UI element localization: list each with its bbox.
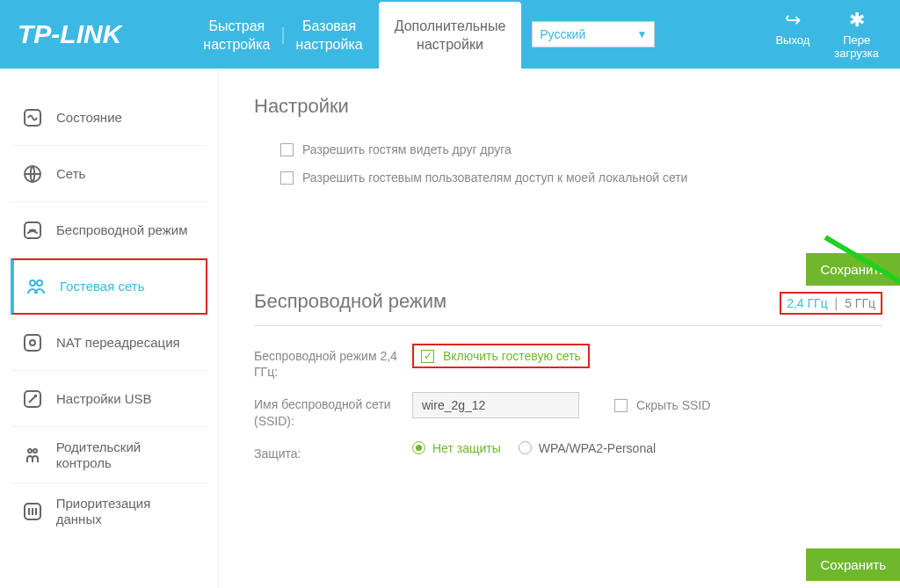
security-wpa-label: WPA/WPA2-Personal bbox=[539, 441, 656, 455]
logout-icon: ↪ bbox=[775, 9, 809, 32]
sidebar-item-usb[interactable]: Настройки USB bbox=[11, 371, 207, 427]
header-actions: ↪ Выход ✱ Пере загрузка bbox=[763, 0, 891, 69]
svg-point-6 bbox=[30, 340, 35, 345]
sidebar-item-parental[interactable]: Родительский контроль bbox=[11, 427, 207, 483]
sidebar-item-label: Гостевая сеть bbox=[60, 279, 144, 294]
main-panel: Настройки Разрешить гостям видеть друг д… bbox=[219, 69, 900, 588]
mode-24-label: Беспроводной режим 2,4 ГГц: bbox=[254, 344, 412, 380]
hide-ssid-label: Скрыть SSID bbox=[636, 398, 710, 412]
checkbox-hide-ssid[interactable] bbox=[614, 399, 628, 412]
sidebar: Состояние Сеть Беспроводной режим Гостев… bbox=[0, 69, 219, 588]
ssid-label: Имя беспроводной сети (SSID): bbox=[254, 392, 412, 428]
svg-point-4 bbox=[37, 280, 42, 286]
language-value: Русский bbox=[540, 27, 585, 41]
reboot-label: Пере загрузка bbox=[834, 33, 879, 60]
svg-rect-5 bbox=[25, 335, 40, 351]
brand-logo: TP-LINK bbox=[18, 19, 121, 49]
checkbox-allow-lan[interactable] bbox=[280, 171, 294, 185]
qos-icon bbox=[19, 498, 46, 525]
allow-guests-see-label: Разрешить гостям видеть друг друга bbox=[302, 142, 512, 156]
freq-24-option[interactable]: 2,4 ГГц bbox=[787, 296, 828, 310]
sidebar-item-wireless[interactable]: Беспроводной режим bbox=[11, 202, 207, 258]
sidebar-item-label: Сеть bbox=[56, 166, 85, 182]
tab-basic-setup[interactable]: Базовая настройка bbox=[280, 2, 379, 69]
sidebar-item-label: Приоритезация данных bbox=[56, 496, 199, 527]
logout-button[interactable]: ↪ Выход bbox=[763, 0, 822, 69]
checkbox-allow-see[interactable] bbox=[280, 143, 294, 156]
mode-24-row: Беспроводной режим 2,4 ГГц: Включить гос… bbox=[254, 344, 882, 380]
freq-5-option[interactable]: 5 ГГц bbox=[845, 296, 875, 310]
parental-icon bbox=[19, 442, 46, 468]
security-row: Защита: Нет защиты WPA/WPA2-Personal bbox=[254, 441, 882, 461]
sidebar-item-label: Беспроводной режим bbox=[56, 222, 187, 238]
language-select[interactable]: Русский ▼ bbox=[532, 21, 655, 47]
reboot-button[interactable]: ✱ Пере загрузка bbox=[822, 0, 891, 69]
nat-icon bbox=[19, 330, 46, 356]
settings-title: Настройки bbox=[254, 95, 882, 118]
sidebar-item-network[interactable]: Сеть bbox=[11, 146, 207, 202]
security-wpa-option[interactable]: WPA/WPA2-Personal bbox=[519, 441, 656, 455]
status-icon bbox=[19, 105, 46, 131]
wireless-title: Беспроводной режим bbox=[254, 290, 446, 313]
users-icon bbox=[23, 273, 49, 300]
svg-point-3 bbox=[30, 280, 35, 286]
freq-separator: | bbox=[835, 296, 838, 310]
tabs: Быстрая настройка | Базовая настройка До… bbox=[187, 0, 521, 69]
sidebar-item-label: NAT переадресация bbox=[56, 335, 180, 351]
allow-guests-see-row: Разрешить гостям видеть друг друга bbox=[280, 142, 882, 156]
sidebar-item-label: Родительский контроль bbox=[56, 439, 199, 471]
content: Состояние Сеть Беспроводной режим Гостев… bbox=[0, 69, 900, 588]
wifi-icon bbox=[19, 217, 46, 243]
allow-guests-lan-row: Разрешить гостевым пользователям доступ … bbox=[280, 171, 882, 185]
security-none-label: Нет защиты bbox=[432, 441, 501, 455]
sidebar-item-nat[interactable]: NAT переадресация bbox=[11, 315, 207, 371]
sidebar-item-qos[interactable]: Приоритезация данных bbox=[11, 483, 207, 540]
ssid-row: Имя беспроводной сети (SSID): Скрыть SSI… bbox=[254, 392, 882, 428]
header: TP-LINK Быстрая настройка | Базовая наст… bbox=[0, 0, 900, 69]
svg-point-9 bbox=[33, 449, 37, 453]
frequency-toggle[interactable]: 2,4 ГГц | 5 ГГц bbox=[780, 292, 882, 315]
sidebar-item-label: Настройки USB bbox=[56, 391, 152, 407]
security-none-option[interactable]: Нет защиты bbox=[412, 441, 501, 455]
radio-none[interactable] bbox=[412, 441, 425, 454]
checkbox-enable-guest[interactable] bbox=[421, 350, 434, 363]
enable-guest-highlight: Включить гостевую сеть bbox=[412, 344, 590, 368]
wireless-section: Беспроводной режим 2,4 ГГц | 5 ГГц Беспр… bbox=[254, 290, 882, 461]
reboot-icon: ✱ bbox=[834, 9, 879, 32]
globe-icon bbox=[19, 161, 46, 187]
sidebar-item-label: Состояние bbox=[56, 110, 122, 126]
svg-point-8 bbox=[28, 449, 32, 453]
save-button-1[interactable]: Сохранить bbox=[806, 253, 900, 286]
logout-label: Выход bbox=[775, 33, 809, 47]
tab-quick-setup[interactable]: Быстрая настройка bbox=[187, 2, 286, 69]
usb-icon bbox=[19, 386, 46, 412]
allow-guests-lan-label: Разрешить гостевым пользователям доступ … bbox=[302, 171, 687, 185]
section-separator bbox=[254, 325, 882, 326]
save-button-2[interactable]: Сохранить bbox=[806, 548, 900, 581]
ssid-input[interactable] bbox=[412, 392, 579, 418]
enable-guest-label: Включить гостевую сеть bbox=[443, 349, 581, 363]
chevron-down-icon: ▼ bbox=[636, 28, 647, 40]
hide-ssid-option: Скрыть SSID bbox=[614, 398, 710, 412]
sidebar-item-status[interactable]: Состояние bbox=[11, 90, 207, 146]
security-label: Защита: bbox=[254, 441, 412, 461]
sidebar-item-guest-network[interactable]: Гостевая сеть bbox=[11, 258, 207, 315]
radio-wpa[interactable] bbox=[519, 441, 532, 454]
tab-advanced-setup[interactable]: Дополнительные настройки bbox=[379, 2, 522, 69]
